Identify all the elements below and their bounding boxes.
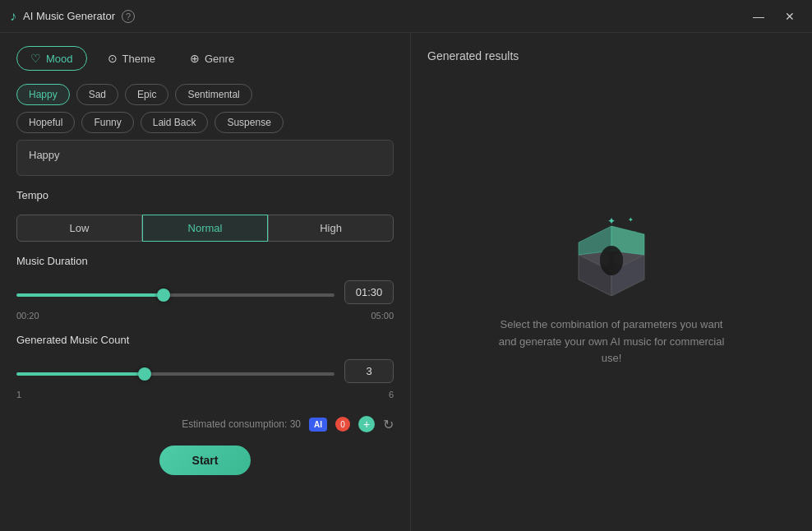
duration-slider-wrapper — [16, 285, 334, 300]
consumption-text: Estimated consumption: 30 — [182, 418, 301, 430]
tab-genre[interactable]: ⊕ Genre — [176, 46, 248, 71]
ai-badge: AI — [309, 418, 327, 432]
refresh-icon[interactable]: ↻ — [383, 417, 394, 432]
duration-value: 01:30 — [344, 280, 394, 304]
duration-range: 00:20 05:00 — [16, 311, 394, 321]
chip-happy[interactable]: Happy — [16, 84, 70, 105]
chip-funny[interactable]: Funny — [81, 112, 133, 133]
count-slider-wrapper — [16, 364, 334, 379]
credit-count: 0 — [335, 417, 350, 432]
count-max: 6 — [389, 390, 394, 399]
tempo-group: Low Normal High — [16, 215, 394, 242]
count-label: Generated Music Count — [16, 334, 394, 346]
close-button[interactable]: ✕ — [777, 4, 802, 29]
help-icon[interactable]: ? — [122, 10, 135, 23]
count-slider[interactable] — [16, 372, 334, 376]
mood-tab-label: Mood — [46, 53, 73, 65]
count-value: 3 — [344, 359, 394, 383]
genre-tab-label: Genre — [205, 53, 234, 65]
bottom-bar: Estimated consumption: 30 AI 0 + ↻ — [16, 413, 394, 432]
start-button[interactable]: Start — [159, 446, 251, 475]
duration-slider-row: 01:30 — [16, 280, 394, 304]
svg-point-10 — [613, 252, 623, 266]
mood-chips-row2: Hopeful Funny Laid Back Suspense — [16, 112, 394, 133]
tabs: ♡ Mood ⊙ Theme ⊕ Genre — [16, 46, 394, 71]
box-illustration: ✦ ✦ · — [562, 210, 661, 300]
titlebar-left: ♪ AI Music Generator ? — [10, 9, 135, 24]
start-button-container: Start — [16, 446, 394, 475]
empty-state: ✦ ✦ · Select the combination of paramete… — [480, 62, 743, 515]
tempo-label: Tempo — [16, 189, 394, 201]
svg-text:✦: ✦ — [628, 216, 634, 224]
chip-epic[interactable]: Epic — [125, 84, 168, 105]
empty-description: Select the combination of parameters you… — [496, 316, 727, 367]
minimize-button[interactable]: — — [746, 4, 771, 29]
duration-max: 05:00 — [371, 311, 394, 321]
tempo-high[interactable]: High — [268, 215, 394, 242]
theme-tab-icon: ⊙ — [108, 52, 118, 65]
chip-hopeful[interactable]: Hopeful — [16, 112, 75, 133]
chip-laidback[interactable]: Laid Back — [141, 112, 209, 133]
tab-mood[interactable]: ♡ Mood — [16, 46, 87, 71]
genre-tab-icon: ⊕ — [190, 52, 200, 65]
duration-section: Music Duration 01:30 00:20 05:00 — [16, 255, 394, 321]
theme-tab-label: Theme — [122, 53, 155, 65]
svg-text:✦: ✦ — [607, 215, 616, 227]
tempo-normal[interactable]: Normal — [142, 215, 268, 242]
chip-sad[interactable]: Sad — [76, 84, 118, 105]
count-slider-row: 3 — [16, 359, 394, 383]
left-panel: ♡ Mood ⊙ Theme ⊕ Genre Happy Sad Epic Se… — [0, 33, 411, 531]
count-min: 1 — [16, 390, 21, 399]
count-range: 1 6 — [16, 390, 394, 399]
count-section: Generated Music Count 3 1 6 — [16, 334, 394, 399]
duration-min: 00:20 — [16, 311, 39, 321]
titlebar-controls: — ✕ — [746, 4, 802, 29]
main-content: ♡ Mood ⊙ Theme ⊕ Genre Happy Sad Epic Se… — [0, 33, 812, 531]
tempo-low[interactable]: Low — [16, 215, 142, 242]
mood-chips-row1: Happy Sad Epic Sentimental — [16, 84, 394, 105]
tempo-section: Tempo Low Normal High — [16, 189, 394, 242]
add-credits-button[interactable]: + — [358, 416, 375, 432]
chip-suspense[interactable]: Suspense — [215, 112, 283, 133]
results-title: Generated results — [427, 49, 519, 62]
titlebar: ♪ AI Music Generator ? — ✕ — [0, 0, 812, 33]
tab-theme[interactable]: ⊙ Theme — [94, 46, 169, 71]
svg-point-9 — [600, 252, 610, 266]
mood-tab-icon: ♡ — [30, 52, 41, 65]
chip-sentimental[interactable]: Sentimental — [175, 84, 251, 105]
right-panel: Generated results ✦ ✦ · — [411, 33, 812, 531]
mood-section: Happy Sad Epic Sentimental Hopeful Funny… — [16, 84, 394, 176]
app-icon: ♪ — [10, 9, 16, 24]
duration-slider[interactable] — [16, 293, 334, 297]
duration-label: Music Duration — [16, 255, 394, 267]
mood-description[interactable]: Happy — [16, 140, 394, 176]
app-title: AI Music Generator — [23, 10, 115, 22]
